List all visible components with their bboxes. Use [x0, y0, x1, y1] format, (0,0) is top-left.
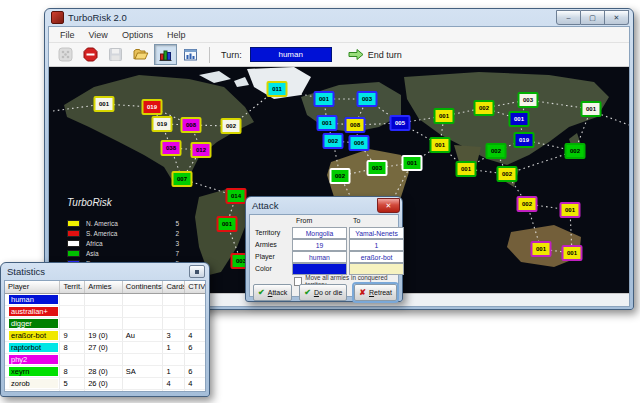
open-folder-icon[interactable] — [129, 44, 152, 65]
territory-marker[interactable]: 001 — [509, 111, 530, 127]
stats-column-header[interactable]: Cards — [163, 281, 185, 293]
territory-marker[interactable]: 006 — [349, 135, 370, 151]
stats-cell: phy2 — [5, 354, 60, 365]
territory-marker[interactable]: 014 — [226, 188, 247, 204]
stats-row[interactable]: digger310 (0)34 — [5, 318, 205, 330]
territory-marker[interactable]: 002 — [565, 143, 586, 159]
do-or-die-button[interactable]: ✔ Do or die — [299, 284, 347, 301]
stats-row[interactable]: zorob526 (0)44 — [5, 378, 205, 390]
stats-cell: 3 — [163, 318, 185, 329]
attack-close-icon[interactable]: ✕ — [377, 198, 400, 213]
territory-marker[interactable]: 002 — [497, 166, 518, 182]
stats-column-header[interactable]: Continents — [123, 281, 164, 293]
player-name-chip: raptorbot — [9, 343, 58, 352]
menu-bar: FileViewOptionsHelp — [49, 27, 629, 43]
legend-row: Africa3 — [67, 240, 179, 247]
territory-marker[interactable]: 001 — [317, 115, 338, 131]
legend-continent-count: 2 — [169, 230, 179, 237]
attack-titlebar[interactable]: Attack ✕ — [246, 197, 402, 214]
small-chart-icon[interactable] — [179, 44, 202, 65]
end-turn-button[interactable]: End turn — [348, 49, 402, 60]
armies-label: Armies — [255, 241, 277, 248]
close-button[interactable]: ✕ — [605, 10, 629, 25]
territory-marker[interactable]: 007 — [172, 171, 193, 187]
attack-title: Attack — [252, 200, 278, 211]
from-territory-field: Mongolia — [292, 227, 347, 239]
stats-row[interactable]: xeyrn828 (0)SA16 — [5, 366, 205, 378]
stats-column-header[interactable]: Territ. — [60, 281, 85, 293]
stats-cell: SA — [123, 366, 164, 377]
territory-marker[interactable]: 019 — [514, 132, 535, 148]
stats-cell: 3 — [60, 318, 85, 329]
stats-column-header[interactable]: Player — [5, 281, 60, 293]
turn-player-field: human — [250, 47, 332, 62]
menu-file[interactable]: File — [53, 30, 82, 40]
territory-marker[interactable]: 005 — [390, 115, 411, 131]
maximize-button[interactable]: ▢ — [581, 10, 605, 25]
territory-marker[interactable]: 003 — [357, 91, 378, 107]
stats-cell: 3 — [60, 306, 85, 317]
die-icon[interactable] — [54, 44, 77, 65]
territory-marker[interactable]: 002 — [474, 100, 495, 116]
stats-cell — [123, 294, 164, 305]
territory-marker[interactable]: 011 — [267, 81, 288, 97]
territory-marker[interactable]: 012 — [191, 142, 212, 158]
territory-marker[interactable]: 019 — [152, 116, 173, 132]
attack-button[interactable]: ✔ Attack — [253, 284, 292, 301]
stats-cell: . — [60, 390, 85, 392]
bar-chart-icon[interactable] — [154, 44, 177, 65]
legend-row: Asia7 — [67, 250, 179, 257]
stats-cell: 3 — [60, 294, 85, 305]
statistics-close-button[interactable] — [189, 265, 205, 278]
stats-cell: eraßor-bot — [5, 330, 60, 341]
save-icon[interactable] — [104, 44, 127, 65]
territory-marker[interactable]: 003 — [518, 92, 539, 108]
end-turn-label: End turn — [368, 50, 402, 60]
toolbar-separator — [209, 47, 210, 63]
territory-marker[interactable]: 001 — [434, 108, 455, 124]
territory-marker[interactable]: 019 — [142, 99, 163, 115]
stats-column-header[interactable]: Armies — [85, 281, 123, 293]
territory-marker[interactable]: 003 — [367, 160, 388, 176]
territory-marker[interactable]: 001 — [430, 137, 451, 153]
stats-column-header[interactable]: CTIV — [185, 281, 205, 293]
minimize-button[interactable]: – — [556, 10, 581, 25]
territory-marker[interactable]: 002 — [323, 133, 344, 149]
player-name-chip: zorob — [9, 379, 58, 388]
territory-marker[interactable]: 001 — [581, 101, 602, 117]
territory-marker[interactable]: 002 — [330, 168, 351, 184]
stats-row[interactable]: raptorbot827 (0)16 — [5, 342, 205, 354]
territory-marker[interactable]: 002 — [221, 118, 242, 134]
territory-marker[interactable]: 001 — [402, 155, 423, 171]
territory-marker[interactable]: 001 — [94, 96, 115, 112]
to-armies-field: 1 — [349, 239, 404, 251]
territory-marker[interactable]: 008 — [345, 117, 366, 133]
territory-marker[interactable]: 001 — [560, 202, 581, 218]
territory-marker[interactable]: 001 — [217, 216, 238, 232]
territory-marker[interactable]: 001 — [314, 91, 335, 107]
territory-marker[interactable]: 002 — [517, 196, 538, 212]
stats-row[interactable]: ..... — [5, 390, 205, 392]
territory-marker[interactable]: 001 — [531, 241, 552, 257]
menu-options[interactable]: Options — [115, 30, 160, 40]
territory-marker[interactable]: 002 — [486, 143, 507, 159]
menu-view[interactable]: View — [82, 30, 115, 40]
territory-marker[interactable]: 001 — [562, 245, 583, 261]
stats-row[interactable]: phy2328 (0)14 — [5, 354, 205, 366]
statistics-titlebar[interactable]: Statistics — [1, 263, 209, 280]
main-titlebar[interactable]: TurboRisk 2.0 – ▢ ✕ — [45, 9, 633, 26]
stats-cell — [123, 354, 164, 365]
stats-row[interactable]: eraßor-bot919 (0)Au34 — [5, 330, 205, 342]
stats-row[interactable]: australian+323 (0)44 — [5, 306, 205, 318]
territory-marker[interactable]: 001 — [456, 161, 477, 177]
territory-marker[interactable]: 038 — [161, 140, 182, 156]
stop-icon[interactable] — [79, 44, 102, 65]
territory-marker[interactable]: 008 — [181, 117, 202, 133]
stats-cell: 4 — [185, 354, 205, 365]
player-label: Player — [255, 253, 275, 260]
retreat-button[interactable]: ✘ Retreat — [354, 284, 397, 301]
menu-help[interactable]: Help — [160, 30, 193, 40]
to-territory-field: Yamal-Nenets — [349, 227, 404, 239]
stats-row[interactable]: human325 (0)16 — [5, 294, 205, 306]
legend-continent-name: N. America — [86, 220, 169, 227]
